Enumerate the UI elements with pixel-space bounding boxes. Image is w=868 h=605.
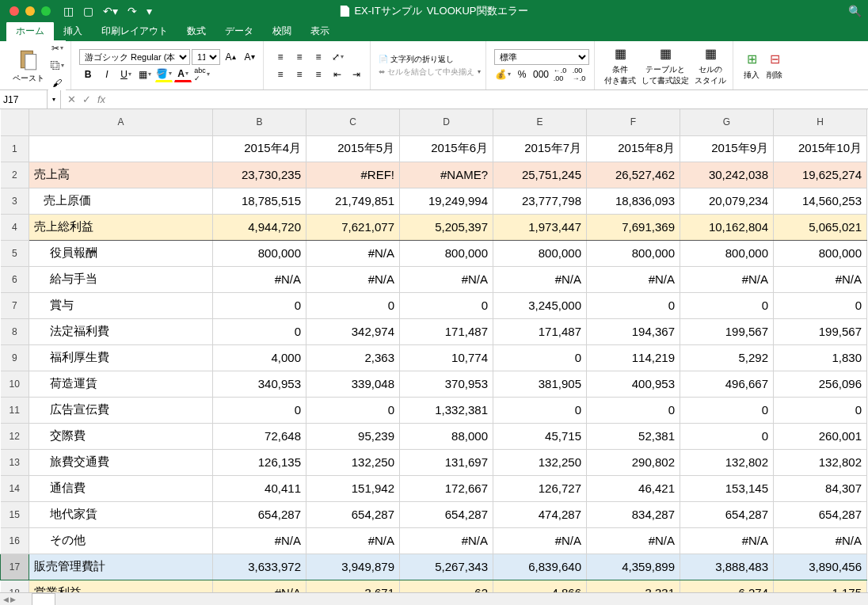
font-name-select[interactable]: 游ゴシック Regular (本...	[79, 49, 190, 65]
cell[interactable]: 4,000	[213, 344, 306, 371]
cell[interactable]: 2015年6月	[400, 135, 493, 162]
italic-button[interactable]: I	[98, 67, 116, 82]
align-bottom-icon[interactable]: ≡	[310, 49, 327, 65]
cell[interactable]: 2015年10月	[774, 135, 867, 162]
cell[interactable]: 654,287	[306, 501, 400, 527]
cell[interactable]: 72,648	[213, 423, 306, 449]
decrease-decimal-icon[interactable]: .00→.0	[570, 67, 588, 82]
cell[interactable]: 4,866	[493, 580, 587, 592]
align-top-icon[interactable]: ≡	[272, 49, 289, 65]
align-right-icon[interactable]: ≡	[310, 67, 327, 82]
cell[interactable]: 654,287	[213, 501, 306, 527]
phonetic-button[interactable]: abc✓▾	[193, 67, 211, 82]
align-middle-icon[interactable]: ≡	[291, 49, 308, 65]
undo-icon[interactable]: ↶▾	[103, 5, 118, 17]
row-header-3[interactable]: 3	[1, 188, 29, 214]
cell-label[interactable]: 旅費交通費	[29, 449, 213, 475]
cell[interactable]: 151,942	[306, 475, 400, 501]
cell[interactable]: 654,287	[680, 501, 774, 527]
row-header-13[interactable]: 13	[1, 449, 29, 475]
cell[interactable]: 7,691,369	[587, 214, 680, 240]
cell[interactable]: 132,802	[680, 449, 774, 475]
cell[interactable]: #N/A	[400, 266, 493, 292]
cell[interactable]: 172,667	[400, 475, 493, 501]
cell[interactable]: 26,527,462	[587, 162, 680, 188]
cell[interactable]: 194,367	[587, 318, 680, 344]
cell-styles-button[interactable]: ▦ セルの スタイル	[693, 44, 728, 88]
cell[interactable]: 800,000	[680, 240, 774, 266]
cell[interactable]: 800,000	[493, 240, 587, 266]
comma-icon[interactable]: 000	[532, 67, 550, 82]
search-icon[interactable]: 🔍	[848, 5, 862, 17]
underline-button[interactable]: U▾	[117, 67, 135, 82]
cell[interactable]: 800,000	[587, 240, 680, 266]
maximize-window-button[interactable]	[41, 6, 51, 16]
row-header-8[interactable]: 8	[1, 318, 29, 344]
cell[interactable]: 10,774	[400, 344, 493, 371]
cell[interactable]: 30,242,038	[680, 162, 774, 188]
cell[interactable]: 800,000	[400, 240, 493, 266]
cell[interactable]: 3,949,879	[306, 554, 400, 580]
cell[interactable]: 0	[680, 397, 774, 423]
cell[interactable]: 199,567	[774, 318, 867, 344]
cell[interactable]: 88,000	[400, 423, 493, 449]
cell[interactable]: 400,953	[587, 371, 680, 397]
cell[interactable]: #N/A	[213, 580, 306, 592]
confirm-formula-icon[interactable]: ✓	[82, 93, 91, 105]
cell[interactable]: 474,287	[493, 501, 587, 527]
cell[interactable]: 342,974	[306, 318, 400, 344]
cut-icon[interactable]: ✂▾	[48, 40, 66, 56]
cell[interactable]: #N/A	[213, 266, 306, 292]
cell[interactable]: #N/A	[213, 527, 306, 554]
cell[interactable]: #N/A	[587, 527, 680, 554]
cell[interactable]: 62	[400, 580, 493, 592]
cell-label[interactable]: 営業利益	[29, 580, 213, 592]
cell[interactable]: 3,633,972	[213, 554, 306, 580]
sheet-nav-arrows[interactable]: ◀▶	[3, 595, 16, 603]
cell[interactable]: 0	[774, 292, 867, 318]
cell[interactable]: 3,890,456	[774, 554, 867, 580]
cell[interactable]: 800,000	[213, 240, 306, 266]
cell[interactable]: 0	[680, 423, 774, 449]
cell-label[interactable]: 通信費	[29, 475, 213, 501]
cell[interactable]: 2015年8月	[587, 135, 680, 162]
font-color-button[interactable]: A▾	[174, 67, 192, 82]
cell[interactable]: 21,749,851	[306, 188, 400, 214]
cell[interactable]: 2,363	[306, 344, 400, 371]
column-header-H[interactable]: H	[774, 109, 867, 135]
cell[interactable]: 46,421	[587, 475, 680, 501]
column-header-B[interactable]: B	[213, 109, 306, 135]
font-size-select[interactable]: 11	[192, 49, 220, 65]
currency-icon[interactable]: 💰▾	[494, 67, 512, 82]
row-header-10[interactable]: 10	[1, 371, 29, 397]
cell[interactable]: 18,836,093	[587, 188, 680, 214]
cell[interactable]: 95,239	[306, 423, 400, 449]
cell[interactable]: 0	[680, 292, 774, 318]
spreadsheet-grid[interactable]: ABCDEFGH12015年4月2015年5月2015年6月2015年7月201…	[0, 109, 868, 592]
cell[interactable]: 0	[306, 397, 400, 423]
cell[interactable]: 6,839,640	[493, 554, 587, 580]
cell[interactable]: 834,287	[587, 501, 680, 527]
cell[interactable]: #REF!	[306, 162, 400, 188]
tab-formulas[interactable]: 数式	[177, 21, 215, 41]
copy-icon[interactable]: ⿻▾	[48, 58, 66, 74]
cell[interactable]: 2015年9月	[680, 135, 774, 162]
increase-decimal-icon[interactable]: ←.0.00	[551, 67, 569, 82]
cell[interactable]: 0	[306, 292, 400, 318]
row-header-15[interactable]: 15	[1, 501, 29, 527]
fill-color-button[interactable]: 🪣▾	[155, 67, 173, 82]
border-button[interactable]: ▦▾	[136, 67, 154, 82]
cell[interactable]: 1,175	[774, 580, 867, 592]
cell[interactable]: 171,487	[493, 318, 587, 344]
number-format-select[interactable]: 標準	[494, 49, 589, 65]
cell[interactable]: 23,730,235	[213, 162, 306, 188]
cell[interactable]: 126,727	[493, 475, 587, 501]
cell-label[interactable]: 販売管理費計	[29, 554, 213, 580]
cell[interactable]: 3,888,483	[680, 554, 774, 580]
cell[interactable]: 260,001	[774, 423, 867, 449]
cell[interactable]: 2015年7月	[493, 135, 587, 162]
cell[interactable]: 7,621,077	[306, 214, 400, 240]
cell[interactable]: 4,359,899	[587, 554, 680, 580]
qat-more-icon[interactable]: ▾	[147, 5, 152, 17]
cell[interactable]: 0	[400, 292, 493, 318]
